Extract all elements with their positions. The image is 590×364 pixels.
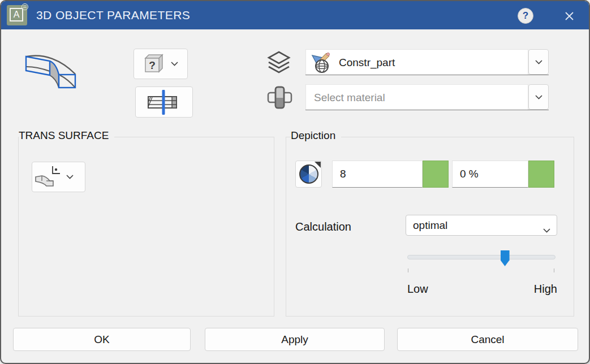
depiction-group-label: Depiction <box>291 129 341 142</box>
pen-number-input[interactable] <box>332 161 423 188</box>
titlebar: A 3D OBJECT PARAMETERS ? <box>1 1 589 29</box>
help-button[interactable]: ? <box>518 8 533 24</box>
layer-combo-value: Constr_part <box>339 57 395 69</box>
chevron-down-icon <box>543 228 550 233</box>
material-combo-dropdown-button[interactable] <box>528 84 549 110</box>
question-cube-icon: ? <box>141 52 164 76</box>
app-badge-icon <box>21 3 28 10</box>
close-button[interactable] <box>559 8 579 23</box>
trans-surface-type-dropdown[interactable] <box>32 162 85 192</box>
trans-surface-type-icon <box>32 164 62 189</box>
pen-color-swatch[interactable] <box>423 161 449 188</box>
material-combo-placeholder: Select material <box>314 92 385 104</box>
chevron-down-icon <box>535 60 542 64</box>
help-icon: ? <box>523 10 528 21</box>
fill-color-swatch[interactable] <box>528 161 554 188</box>
trans-surface-group-label: TRANS SURFACE <box>19 129 114 142</box>
slider-high-label: High <box>510 283 557 296</box>
dialog-window: A 3D OBJECT PARAMETERS ? ? <box>0 0 590 364</box>
layer-combo-dropdown-button[interactable] <box>528 49 549 75</box>
cancel-button[interactable]: Cancel <box>397 328 578 351</box>
material-icon <box>267 85 292 110</box>
flyout-corner-icon <box>315 162 321 168</box>
app-icon-letter: A <box>10 8 23 21</box>
window-title: 3D OBJECT PARAMETERS <box>36 1 190 29</box>
calculation-label: Calculation <box>295 220 351 233</box>
material-combo-underline <box>305 110 549 110</box>
transparency-input[interactable] <box>452 161 528 188</box>
layer-combo-underline <box>305 75 549 75</box>
app-icon: A <box>7 5 27 25</box>
slider-tick-high <box>554 268 554 272</box>
close-icon <box>565 11 574 21</box>
calculation-select-value: optimal <box>413 219 447 232</box>
chevron-down-icon <box>66 175 74 179</box>
material-combo[interactable]: Select material <box>305 84 549 110</box>
cross-section-type-dropdown[interactable]: ? <box>133 49 188 79</box>
layer-combo-field[interactable]: Constr_part <box>305 49 528 75</box>
trans-surface-group: TRANS SURFACE <box>18 137 274 317</box>
slider-tick-low <box>408 268 408 272</box>
material-combo-field[interactable]: Select material <box>305 84 528 110</box>
layer-combo[interactable]: Constr_part <box>305 49 549 75</box>
apply-button[interactable]: Apply <box>205 328 385 351</box>
pen-set-button[interactable] <box>295 161 322 188</box>
ok-button[interactable]: OK <box>13 328 191 351</box>
chevron-down-icon <box>535 95 542 99</box>
layers-icon <box>266 50 292 77</box>
layer-globe-pencil-icon <box>311 52 333 73</box>
object-3d-preview <box>25 54 78 90</box>
quality-slider[interactable] <box>407 255 555 259</box>
calculation-select[interactable]: optimal <box>406 215 557 236</box>
slider-low-label: Low <box>407 283 428 296</box>
svg-text:?: ? <box>149 59 156 71</box>
chevron-down-icon <box>171 62 178 66</box>
section-plane-icon <box>147 90 182 115</box>
section-plane-button[interactable] <box>135 86 193 118</box>
